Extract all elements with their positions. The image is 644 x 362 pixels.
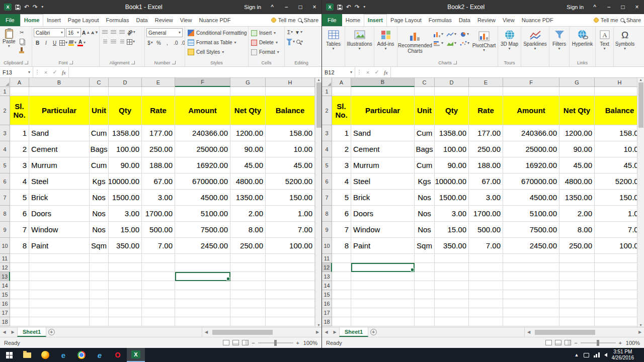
tab-file[interactable]: File [322, 14, 342, 26]
cell-G6[interactable]: 4800.00 [559, 173, 595, 190]
cell-A4[interactable]: 2 [10, 141, 29, 157]
cell-F13[interactable] [175, 272, 230, 281]
cell-C12[interactable] [415, 263, 435, 272]
row-header-10[interactable]: 10 [0, 238, 10, 254]
dialog-launcher-icon[interactable] [453, 61, 457, 64]
cell-D13[interactable] [109, 272, 142, 281]
cell-D5[interactable]: 90.00 [109, 157, 142, 173]
cell-B16[interactable] [29, 299, 90, 308]
qat-customize-icon[interactable]: ▾ [363, 5, 365, 9]
row-header-14[interactable]: 14 [0, 281, 10, 290]
cell-E6[interactable]: 67.00 [469, 173, 503, 190]
row-header-9[interactable]: 9 [0, 222, 10, 238]
cell-A7[interactable]: 5 [10, 190, 29, 206]
cell-C8[interactable]: Nos [90, 206, 109, 222]
cell-F5[interactable]: 16920.00 [175, 157, 230, 173]
sort-filter-button[interactable]: ▾ [286, 38, 295, 46]
cell-D12[interactable] [435, 263, 469, 272]
cell-E10[interactable]: 7.00 [469, 238, 503, 254]
cell-F18[interactable] [503, 317, 559, 326]
row-header-7[interactable]: 7 [0, 190, 10, 206]
scroll-down-icon[interactable]: ▼ [317, 323, 320, 327]
cell-B8[interactable]: Doors [29, 206, 90, 222]
cell-D13[interactable] [435, 272, 469, 281]
cell-D17[interactable] [109, 308, 142, 317]
cell-G1[interactable] [559, 87, 595, 96]
fill-button[interactable]: ▼▾ [295, 28, 302, 36]
enter-entry-icon[interactable]: ✓ [372, 67, 381, 77]
redo-icon[interactable]: ↷ [33, 4, 38, 10]
accounting-format-button[interactable]: $▾ [146, 39, 154, 47]
cell-D7[interactable]: 1500.00 [109, 190, 142, 206]
dialog-launcher-icon[interactable] [172, 61, 176, 64]
cell-F12[interactable] [503, 263, 559, 272]
cell-E16[interactable] [469, 299, 503, 308]
column-header-F[interactable]: F [503, 78, 559, 87]
align-bottom-button[interactable] [118, 28, 126, 36]
row-header-18[interactable]: 18 [322, 317, 332, 326]
cell-H10[interactable]: 100.00 [595, 238, 637, 254]
cell-G7[interactable]: 1350.00 [559, 190, 595, 206]
sheet-tab-sheet1[interactable]: Sheet1 [339, 327, 368, 337]
cell-C3[interactable]: Cum [415, 125, 435, 141]
column-header-D[interactable]: D [109, 78, 142, 87]
cell-C17[interactable] [415, 308, 435, 317]
row-header-12[interactable]: 12 [322, 263, 332, 272]
taskbar-edge[interactable]: e [54, 348, 72, 362]
tab-formulas[interactable]: Formulas [425, 14, 455, 26]
cell-C11[interactable] [415, 254, 435, 263]
formula-input[interactable] [390, 67, 644, 77]
cell-F18[interactable] [175, 317, 230, 326]
orientation-button[interactable]: ab▾ [127, 28, 135, 36]
cell-F12[interactable] [175, 263, 230, 272]
cell-F7[interactable]: 4500.00 [175, 190, 230, 206]
cell-B15[interactable] [29, 290, 90, 299]
cell-E8[interactable]: 1700.00 [469, 206, 503, 222]
cell-B2[interactable]: Particular [351, 96, 415, 125]
cell-G4[interactable]: 90.00 [559, 141, 595, 157]
row-header-16[interactable]: 16 [322, 299, 332, 308]
comma-style-button[interactable]: , [164, 39, 171, 47]
cell-E17[interactable] [142, 308, 175, 317]
cell-G6[interactable]: 4800.00 [230, 173, 266, 190]
cell-E8[interactable]: 1700.00 [142, 206, 175, 222]
taskbar-file-explorer[interactable] [18, 348, 36, 362]
row-header-13[interactable]: 13 [322, 272, 332, 281]
row-header-15[interactable]: 15 [322, 290, 332, 299]
cell-D10[interactable]: 350.00 [109, 238, 142, 254]
cell-A8[interactable]: 6 [10, 206, 29, 222]
cell-B4[interactable]: Cement [29, 141, 90, 157]
cell-C14[interactable] [90, 281, 109, 290]
cell-H9[interactable]: 7.00 [595, 222, 637, 238]
dialog-launcher-icon[interactable] [131, 61, 135, 64]
cell-B16[interactable] [351, 299, 415, 308]
action-center-icon[interactable] [584, 353, 589, 357]
cell-H14[interactable] [266, 281, 315, 290]
cell-H4[interactable]: 10.00 [595, 141, 637, 157]
cell-E15[interactable] [142, 290, 175, 299]
row-header-9[interactable]: 9 [322, 222, 332, 238]
zoom-in-icon[interactable]: + [296, 340, 299, 346]
cell-A12[interactable] [10, 263, 29, 272]
row-header-18[interactable]: 18 [0, 317, 10, 326]
cell-B12[interactable] [351, 263, 415, 272]
cell-A4[interactable]: 2 [332, 141, 351, 157]
close-button[interactable]: × [307, 0, 321, 14]
horizontal-scrollbar[interactable]: ◀ ▶ [524, 327, 644, 337]
cell-D18[interactable] [435, 317, 469, 326]
bar-chart-button[interactable]: ▾ [432, 39, 445, 48]
cell-B8[interactable]: Doors [351, 206, 415, 222]
column-header-H[interactable]: H [266, 78, 315, 87]
cell-E15[interactable] [469, 290, 503, 299]
start-button[interactable] [0, 348, 18, 362]
cell-B17[interactable] [29, 308, 90, 317]
taskbar-firefox[interactable] [36, 348, 54, 362]
tab-insert[interactable]: Insert [364, 14, 387, 26]
cell-B1[interactable] [29, 87, 90, 96]
sheet-tab-sheet1[interactable]: Sheet1 [17, 327, 46, 337]
row-header-3[interactable]: 3 [322, 125, 332, 141]
cell-E2[interactable]: Rate [142, 96, 175, 125]
tell-me-button[interactable]: Tell me [594, 17, 618, 23]
cell-G4[interactable]: 90.00 [230, 141, 266, 157]
cell-G10[interactable]: 250.00 [559, 238, 595, 254]
